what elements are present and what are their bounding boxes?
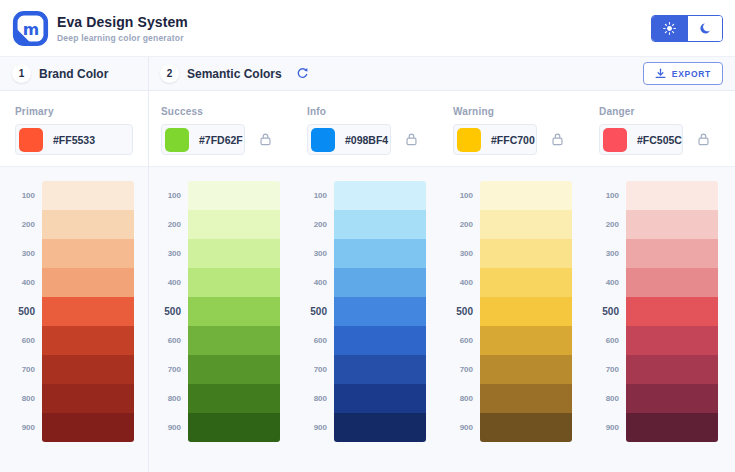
success-shade-200[interactable] xyxy=(188,210,280,239)
warning-scale-row-200: 200 xyxy=(453,210,572,239)
dark-theme-button[interactable] xyxy=(687,16,722,41)
danger-scale-row-600: 600 xyxy=(599,326,718,355)
step-label-500: 500 xyxy=(307,306,327,317)
info-scale-row-600: 600 xyxy=(307,326,426,355)
primary-shade-600[interactable] xyxy=(42,326,134,355)
primary-shade-200[interactable] xyxy=(42,210,134,239)
lock-icon xyxy=(551,132,564,147)
success-shade-100[interactable] xyxy=(188,181,280,210)
danger-shade-600[interactable] xyxy=(626,326,718,355)
info-shade-200[interactable] xyxy=(334,210,426,239)
danger-lock-button[interactable] xyxy=(697,132,710,147)
danger-shade-400[interactable] xyxy=(626,268,718,297)
danger-shade-100[interactable] xyxy=(626,181,718,210)
primary-scale-row-900: 900 xyxy=(15,413,134,442)
step-label-500: 500 xyxy=(15,306,35,317)
info-shade-100[interactable] xyxy=(334,181,426,210)
step-label-400: 400 xyxy=(599,278,619,287)
success-shade-300[interactable] xyxy=(188,239,280,268)
warning-scale-row-900: 900 xyxy=(453,413,572,442)
success-scale-row-100: 100 xyxy=(161,181,280,210)
danger-field: Danger#FC505C xyxy=(599,106,710,155)
primary-shade-800[interactable] xyxy=(42,384,134,413)
success-shade-800[interactable] xyxy=(188,384,280,413)
success-shade-500[interactable] xyxy=(188,297,280,326)
warning-lock-button[interactable] xyxy=(551,132,564,147)
danger-label: Danger xyxy=(599,106,710,117)
success-shade-400[interactable] xyxy=(188,268,280,297)
info-shade-800[interactable] xyxy=(334,384,426,413)
primary-shade-500[interactable] xyxy=(42,297,134,326)
step-label-400: 400 xyxy=(15,278,35,287)
warning-shade-300[interactable] xyxy=(480,239,572,268)
success-lock-button[interactable] xyxy=(259,132,272,147)
success-color-input[interactable]: #7FD62F xyxy=(161,124,245,155)
danger-scale-row-500: 500 xyxy=(599,297,718,326)
info-scale-row-800: 800 xyxy=(307,384,426,413)
danger-shade-300[interactable] xyxy=(626,239,718,268)
danger-shade-700[interactable] xyxy=(626,355,718,384)
primary-shade-700[interactable] xyxy=(42,355,134,384)
primary-shade-300[interactable] xyxy=(42,239,134,268)
warning-shade-600[interactable] xyxy=(480,326,572,355)
info-shade-400[interactable] xyxy=(334,268,426,297)
brand-color-title: Brand Color xyxy=(39,67,108,81)
primary-scale-row-700: 700 xyxy=(15,355,134,384)
warning-shade-200[interactable] xyxy=(480,210,572,239)
info-hex-value: #098BF4 xyxy=(345,134,388,146)
warning-color-input[interactable]: #FFC700 xyxy=(453,124,537,155)
primary-color-input[interactable]: #FF5533 xyxy=(15,124,133,155)
warning-shade-400[interactable] xyxy=(480,268,572,297)
step-label-600: 600 xyxy=(15,336,35,345)
danger-scale-row-300: 300 xyxy=(599,239,718,268)
primary-shade-100[interactable] xyxy=(42,181,134,210)
primary-shade-900[interactable] xyxy=(42,413,134,442)
brand-step-number: 1 xyxy=(12,64,31,83)
info-color-input[interactable]: #098BF4 xyxy=(307,124,391,155)
success-shade-700[interactable] xyxy=(188,355,280,384)
app-logo: m xyxy=(12,10,49,47)
info-scale-row-400: 400 xyxy=(307,268,426,297)
warning-shade-500[interactable] xyxy=(480,297,572,326)
step-label-600: 600 xyxy=(599,336,619,345)
info-shade-700[interactable] xyxy=(334,355,426,384)
info-shade-500[interactable] xyxy=(334,297,426,326)
info-swatch xyxy=(311,128,335,152)
warning-shade-900[interactable] xyxy=(480,413,572,442)
info-shade-900[interactable] xyxy=(334,413,426,442)
danger-scale-row-900: 900 xyxy=(599,413,718,442)
theme-toggle xyxy=(651,15,723,42)
success-shade-600[interactable] xyxy=(188,326,280,355)
export-button[interactable]: EXPORT xyxy=(643,62,723,85)
primary-shade-400[interactable] xyxy=(42,268,134,297)
step-label-700: 700 xyxy=(307,365,327,374)
step-label-400: 400 xyxy=(307,278,327,287)
info-shade-600[interactable] xyxy=(334,326,426,355)
step-label-100: 100 xyxy=(453,191,473,200)
step-label-500: 500 xyxy=(453,306,473,317)
step-label-400: 400 xyxy=(453,278,473,287)
step-label-100: 100 xyxy=(307,191,327,200)
success-scale-row-600: 600 xyxy=(161,326,280,355)
step-label-600: 600 xyxy=(161,336,181,345)
step-label-800: 800 xyxy=(15,394,35,403)
step-label-200: 200 xyxy=(599,220,619,229)
warning-shade-100[interactable] xyxy=(480,181,572,210)
warning-label: Warning xyxy=(453,106,564,117)
info-shade-300[interactable] xyxy=(334,239,426,268)
danger-color-input[interactable]: #FC505C xyxy=(599,124,683,155)
warning-shade-800[interactable] xyxy=(480,384,572,413)
danger-shade-500[interactable] xyxy=(626,297,718,326)
danger-shade-800[interactable] xyxy=(626,384,718,413)
light-theme-button[interactable] xyxy=(652,16,687,41)
danger-input-row: #FC505C xyxy=(599,124,710,155)
danger-shade-200[interactable] xyxy=(626,210,718,239)
warning-shade-700[interactable] xyxy=(480,355,572,384)
step-label-100: 100 xyxy=(599,191,619,200)
success-shade-900[interactable] xyxy=(188,413,280,442)
color-fields-row: Primary#FF5533Success#7FD62FInfo#098BF4W… xyxy=(0,91,735,167)
danger-shade-900[interactable] xyxy=(626,413,718,442)
info-lock-button[interactable] xyxy=(405,132,418,147)
regenerate-button[interactable] xyxy=(296,67,309,80)
success-scale-row-800: 800 xyxy=(161,384,280,413)
